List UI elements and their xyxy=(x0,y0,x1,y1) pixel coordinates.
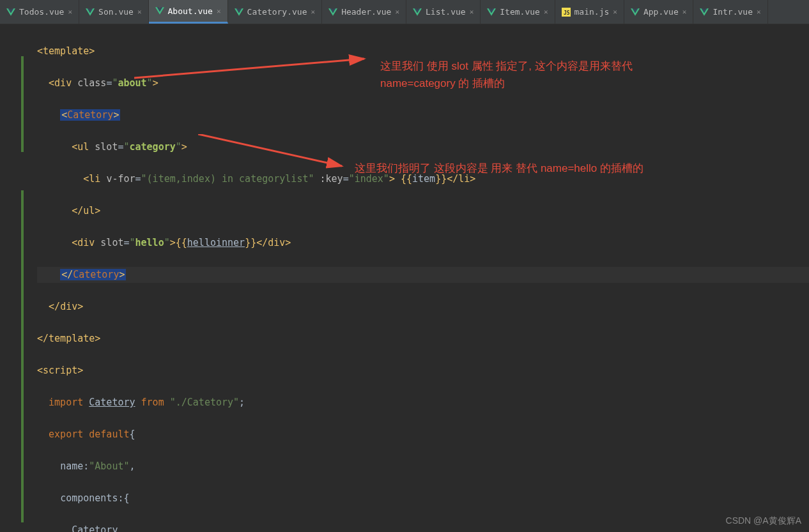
vcs-change-marker xyxy=(21,190,24,522)
close-icon[interactable]: ✕ xyxy=(544,8,548,16)
tab-item[interactable]: Item.vue ✕ xyxy=(481,0,555,24)
vcs-change-marker xyxy=(21,56,24,152)
close-icon[interactable]: ✕ xyxy=(682,8,687,16)
tab-app[interactable]: App.vue ✕ xyxy=(624,0,693,24)
tab-about[interactable]: About.vue ✕ xyxy=(149,0,228,24)
close-icon[interactable]: ✕ xyxy=(757,8,761,16)
tab-header[interactable]: Header.vue ✕ xyxy=(322,0,406,24)
js-icon: JS xyxy=(562,8,571,17)
tab-catetory[interactable]: Catetory.vue ✕ xyxy=(228,0,323,24)
close-icon[interactable]: ✕ xyxy=(68,8,72,16)
tab-label: List.vue xyxy=(426,7,466,17)
annotation-text-bottom: 这里我们指明了 这段内容是 用来 替代 name=hello 的插槽的 xyxy=(355,160,738,177)
vue-icon xyxy=(235,8,243,16)
tab-label: Item.vue xyxy=(500,7,540,17)
vue-icon xyxy=(155,7,164,15)
vue-icon xyxy=(86,8,95,16)
annotation-text-top: 这里我们 使用 slot 属性 指定了, 这个内容是用来替代 name=cate… xyxy=(380,57,700,92)
tab-label: Intr.vue xyxy=(713,7,753,17)
close-icon[interactable]: ✕ xyxy=(395,8,399,16)
close-icon[interactable]: ✕ xyxy=(613,8,617,16)
vue-icon xyxy=(328,8,337,16)
vue-icon xyxy=(487,8,496,16)
tab-mainjs[interactable]: JS main.js ✕ xyxy=(555,0,624,24)
close-icon[interactable]: ✕ xyxy=(470,8,474,16)
editor-tabs: Todos.vue ✕ Son.vue ✕ About.vue ✕ Cateto… xyxy=(0,0,809,24)
tab-son[interactable]: Son.vue ✕ xyxy=(79,0,148,24)
vue-icon xyxy=(6,8,15,16)
close-icon[interactable]: ✕ xyxy=(217,7,221,15)
annotation-arrow-top xyxy=(134,51,371,83)
vue-icon xyxy=(631,8,640,16)
tab-todos[interactable]: Todos.vue ✕ xyxy=(0,0,79,24)
tab-label: main.js xyxy=(574,7,610,17)
tab-intr[interactable]: Intr.vue ✕ xyxy=(693,0,767,24)
tab-label: Todos.vue xyxy=(19,7,64,17)
code-editor[interactable]: <template> <div class="about"> <Catetory… xyxy=(0,24,809,532)
tab-label: About.vue xyxy=(168,6,213,16)
code-content[interactable]: <template> <div class="about"> <Catetory… xyxy=(37,27,809,532)
tab-label: App.vue xyxy=(643,7,679,17)
tab-list[interactable]: List.vue ✕ xyxy=(406,0,481,24)
tab-label: Header.vue xyxy=(341,7,391,17)
tab-label: Son.vue xyxy=(98,7,134,17)
tab-label: Catetory.vue xyxy=(247,7,307,17)
watermark: CSDN @A黄俊辉A xyxy=(726,515,801,527)
vue-icon xyxy=(700,8,709,16)
svg-line-1 xyxy=(198,134,342,166)
close-icon[interactable]: ✕ xyxy=(311,8,316,16)
annotation-arrow-bottom xyxy=(198,134,351,172)
svg-line-0 xyxy=(134,59,364,78)
close-icon[interactable]: ✕ xyxy=(137,8,142,16)
vue-icon xyxy=(413,8,422,16)
